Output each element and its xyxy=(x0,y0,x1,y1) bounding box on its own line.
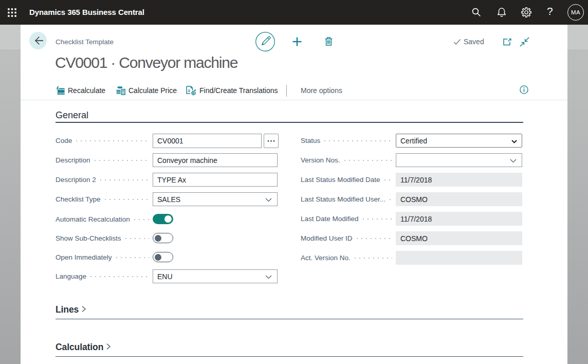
svg-text:a: a xyxy=(188,87,190,93)
